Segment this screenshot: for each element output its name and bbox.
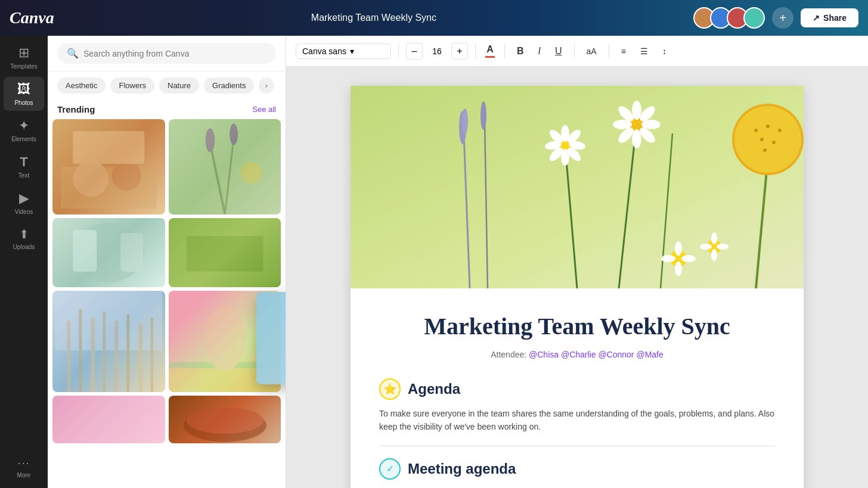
templates-icon: ⊞: [18, 45, 29, 61]
sidebar-item-label-text: Text: [18, 172, 29, 179]
agenda-title: Agenda: [408, 381, 460, 397]
svg-point-54: [641, 120, 661, 129]
see-all-button[interactable]: See all: [252, 105, 276, 114]
svg-point-56: [632, 129, 641, 148]
section-divider: [379, 446, 775, 446]
bold-button[interactable]: B: [512, 43, 529, 59]
formatting-toolbar: Canva sans ▾ – 16 + A B I U aA ≡ ☰ ↕: [286, 36, 868, 67]
sidebar-item-elements[interactable]: ✦ Elements: [4, 113, 44, 147]
svg-point-53: [613, 120, 632, 129]
attendee-mafe: @Mafe: [636, 350, 663, 359]
sidebar-item-text[interactable]: T Text: [4, 150, 44, 184]
svg-point-78: [711, 232, 717, 244]
italic-button[interactable]: I: [534, 43, 545, 59]
trending-header: Trending See all: [48, 100, 286, 119]
sidebar-item-photos[interactable]: 🖼 Photos: [4, 77, 44, 111]
filter-chips: Aesthetic Flowers Nature Gradients ›: [48, 72, 286, 100]
toolbar-divider-2: [475, 44, 476, 58]
svg-point-68: [772, 141, 776, 144]
main-layout: ⊞ Templates 🖼 Photos ✦ Elements T Text ▶…: [0, 36, 868, 488]
photo-women-dance[interactable]: [52, 218, 165, 287]
photo-lavender[interactable]: [169, 119, 281, 215]
svg-point-66: [778, 129, 782, 132]
avatar-group: [693, 7, 765, 29]
font-size-decrease-button[interactable]: –: [406, 43, 423, 60]
list-button[interactable]: ☰: [636, 44, 653, 58]
svg-point-72: [681, 255, 696, 262]
spacing-button[interactable]: ↕: [658, 44, 671, 58]
search-input[interactable]: [83, 49, 266, 58]
videos-icon: ▶: [19, 191, 29, 206]
font-dropdown-icon: ▾: [350, 46, 354, 56]
photos-grid-container: Mafe: [48, 119, 286, 488]
attendee-charlie: @Charlie: [561, 350, 596, 359]
sidebar-item-label-templates: Templates: [10, 63, 38, 70]
attendee-label: Attendee:: [491, 350, 526, 359]
svg-point-71: [661, 255, 675, 262]
text-color-bar: [485, 56, 495, 58]
agenda-icon: ⭐: [379, 378, 401, 400]
photo-food[interactable]: [52, 119, 165, 215]
photo-reeds[interactable]: [52, 291, 165, 392]
chip-flowers[interactable]: Flowers: [110, 77, 154, 94]
svg-point-79: [711, 249, 717, 261]
font-size-increase-button[interactable]: +: [451, 43, 468, 60]
svg-rect-34: [351, 86, 804, 288]
svg-point-69: [763, 148, 767, 152]
svg-point-63: [734, 106, 801, 173]
text-color-letter: A: [486, 44, 494, 55]
sidebar-more[interactable]: ··· More: [15, 452, 33, 483]
chip-aesthetic[interactable]: Aesthetic: [57, 77, 106, 94]
search-input-wrap[interactable]: 🔍: [57, 43, 276, 64]
text-icon: T: [20, 154, 27, 170]
sidebar-more-label: More: [17, 472, 31, 478]
case-button[interactable]: aA: [582, 44, 602, 58]
sidebar-item-videos[interactable]: ▶ Videos: [4, 186, 44, 220]
svg-point-39: [480, 101, 486, 130]
trending-title: Trending: [57, 104, 95, 114]
chip-more-button[interactable]: ›: [259, 77, 273, 94]
photos-grid: [48, 119, 286, 443]
more-dots-icon: ···: [17, 457, 30, 470]
svg-point-55: [632, 101, 641, 120]
photos-icon: 🖼: [17, 82, 30, 97]
sidebar-item-uploads[interactable]: ⬆ Uploads: [4, 222, 44, 255]
photo-sunglasses[interactable]: [169, 218, 281, 287]
share-button[interactable]: ↗ Share: [801, 8, 858, 27]
text-color-button[interactable]: A: [483, 43, 497, 59]
icon-sidebar: ⊞ Templates 🖼 Photos ✦ Elements T Text ▶…: [0, 36, 48, 488]
toolbar-divider-3: [504, 44, 505, 58]
photo-bowl[interactable]: [169, 396, 281, 443]
photos-col-2: [169, 119, 281, 443]
search-icon: 🔍: [67, 48, 79, 59]
align-button[interactable]: ≡: [616, 44, 631, 58]
agenda-body: To make sure everyone in the team shares…: [379, 407, 775, 434]
document-title: Marketing Team Weekly Sync: [379, 312, 775, 340]
svg-rect-29: [256, 292, 286, 384]
underline-button[interactable]: U: [550, 43, 567, 59]
canvas-area[interactable]: Marketing Team Weekly Sync Attendee: @Ch…: [286, 67, 868, 488]
elements-icon: ✦: [18, 118, 29, 133]
meeting-agenda-title: Meeting agenda: [408, 461, 516, 477]
chip-nature[interactable]: Nature: [159, 77, 199, 94]
add-people-button[interactable]: +: [772, 7, 793, 29]
svg-point-73: [675, 241, 682, 256]
photos-col-1: [52, 119, 165, 443]
header-right: + ↗ Share: [693, 7, 858, 29]
svg-point-37: [462, 108, 468, 135]
chip-gradients[interactable]: Gradients: [204, 77, 254, 94]
svg-point-74: [675, 262, 682, 276]
sidebar-item-templates[interactable]: ⊞ Templates: [4, 41, 44, 74]
font-size-value: 16: [427, 46, 447, 56]
document-title-header: Marketing Team Weekly Sync: [311, 13, 436, 23]
font-selector[interactable]: Canva sans ▾: [296, 43, 391, 59]
uploads-icon: ⬆: [19, 227, 29, 241]
photo-pool[interactable]: [52, 396, 165, 443]
svg-point-67: [760, 138, 764, 141]
sidebar-item-label-uploads: Uploads: [13, 244, 35, 250]
photos-panel: 🔍 Aesthetic Flowers Nature Gradients › T…: [48, 36, 286, 488]
doc-content: Marketing Team Weekly Sync Attendee: @Ch…: [351, 288, 804, 488]
svg-point-64: [754, 129, 758, 132]
avatar-4: [743, 7, 765, 29]
sidebar-item-label-videos: Videos: [15, 209, 33, 215]
